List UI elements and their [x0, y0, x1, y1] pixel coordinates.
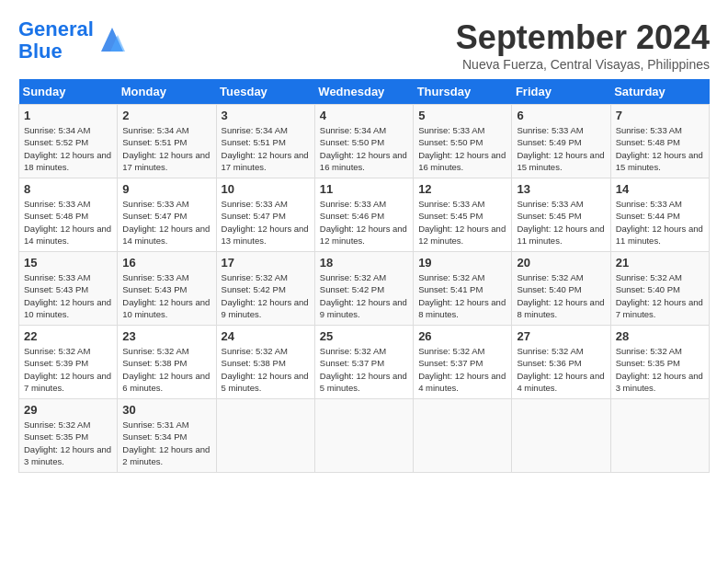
day-info: Sunrise: 5:33 AM Sunset: 5:49 PM Dayligh… — [517, 124, 605, 173]
calendar-cell: 14 Sunrise: 5:33 AM Sunset: 5:44 PM Dayl… — [610, 178, 709, 252]
calendar-cell: 30 Sunrise: 5:31 AM Sunset: 5:34 PM Dayl… — [118, 399, 216, 473]
calendar-cell: 1 Sunrise: 5:34 AM Sunset: 5:52 PM Dayli… — [19, 105, 118, 178]
calendar-cell: 2 Sunrise: 5:34 AM Sunset: 5:51 PM Dayli… — [118, 105, 216, 178]
day-info: Sunrise: 5:32 AM Sunset: 5:38 PM Dayligh… — [222, 345, 310, 394]
day-info: Sunrise: 5:33 AM Sunset: 5:43 PM Dayligh… — [24, 271, 112, 320]
day-number: 1 — [24, 109, 112, 122]
day-info: Sunrise: 5:34 AM Sunset: 5:52 PM Dayligh… — [24, 124, 112, 173]
calendar-cell: 12 Sunrise: 5:33 AM Sunset: 5:45 PM Dayl… — [414, 178, 512, 252]
title-area: September 2024 Nueva Fuerza, Central Vis… — [456, 18, 710, 72]
day-info: Sunrise: 5:33 AM Sunset: 5:46 PM Dayligh… — [320, 198, 408, 247]
calendar-week-row: 22 Sunrise: 5:32 AM Sunset: 5:39 PM Dayl… — [19, 326, 710, 399]
day-number: 16 — [122, 256, 210, 270]
calendar-cell: 4 Sunrise: 5:34 AM Sunset: 5:50 PM Dayli… — [314, 105, 413, 178]
calendar-cell: 19 Sunrise: 5:32 AM Sunset: 5:41 PM Dayl… — [414, 252, 512, 326]
day-info: Sunrise: 5:33 AM Sunset: 5:47 PM Dayligh… — [122, 198, 210, 247]
calendar-header-friday: Friday — [512, 79, 610, 105]
calendar-cell: 11 Sunrise: 5:33 AM Sunset: 5:46 PM Dayl… — [314, 178, 413, 252]
day-number: 27 — [517, 329, 605, 343]
calendar-table: SundayMondayTuesdayWednesdayThursdayFrid… — [18, 79, 710, 473]
calendar-cell: 8 Sunrise: 5:33 AM Sunset: 5:48 PM Dayli… — [19, 178, 118, 252]
calendar-header-monday: Monday — [118, 79, 216, 105]
day-number: 24 — [222, 329, 310, 343]
day-info: Sunrise: 5:34 AM Sunset: 5:51 PM Dayligh… — [122, 124, 210, 173]
calendar-cell: 16 Sunrise: 5:33 AM Sunset: 5:43 PM Dayl… — [118, 252, 216, 326]
day-number: 6 — [517, 109, 605, 122]
logo-icon — [97, 26, 127, 55]
day-number: 4 — [320, 109, 408, 122]
day-number: 13 — [517, 182, 605, 196]
calendar-week-row: 15 Sunrise: 5:33 AM Sunset: 5:43 PM Dayl… — [19, 252, 710, 326]
location-title: Nueva Fuerza, Central Visayas, Philippin… — [456, 57, 710, 72]
day-number: 25 — [320, 329, 408, 343]
day-number: 23 — [122, 329, 210, 343]
day-number: 2 — [122, 109, 210, 122]
header: General Blue September 2024 Nueva Fuerza… — [18, 18, 710, 72]
calendar-cell: 27 Sunrise: 5:32 AM Sunset: 5:36 PM Dayl… — [512, 326, 610, 399]
calendar-header-sunday: Sunday — [19, 79, 118, 105]
calendar-cell: 6 Sunrise: 5:33 AM Sunset: 5:49 PM Dayli… — [512, 105, 610, 178]
day-number: 22 — [24, 329, 112, 343]
calendar-cell: 23 Sunrise: 5:32 AM Sunset: 5:38 PM Dayl… — [118, 326, 216, 399]
day-info: Sunrise: 5:33 AM Sunset: 5:43 PM Dayligh… — [122, 271, 210, 320]
day-number: 20 — [517, 256, 605, 270]
calendar-cell: 25 Sunrise: 5:32 AM Sunset: 5:37 PM Dayl… — [314, 326, 413, 399]
calendar-cell: 3 Sunrise: 5:34 AM Sunset: 5:51 PM Dayli… — [216, 105, 314, 178]
day-info: Sunrise: 5:33 AM Sunset: 5:45 PM Dayligh… — [418, 198, 506, 247]
day-number: 3 — [222, 109, 310, 122]
calendar-cell: 10 Sunrise: 5:33 AM Sunset: 5:47 PM Dayl… — [216, 178, 314, 252]
day-info: Sunrise: 5:32 AM Sunset: 5:41 PM Dayligh… — [418, 271, 506, 320]
calendar-cell: 9 Sunrise: 5:33 AM Sunset: 5:47 PM Dayli… — [118, 178, 216, 252]
calendar-cell: 7 Sunrise: 5:33 AM Sunset: 5:48 PM Dayli… — [610, 105, 709, 178]
day-info: Sunrise: 5:33 AM Sunset: 5:50 PM Dayligh… — [418, 124, 506, 173]
day-number: 21 — [616, 256, 704, 270]
calendar-cell: 5 Sunrise: 5:33 AM Sunset: 5:50 PM Dayli… — [414, 105, 512, 178]
day-info: Sunrise: 5:32 AM Sunset: 5:37 PM Dayligh… — [320, 345, 408, 394]
day-info: Sunrise: 5:34 AM Sunset: 5:50 PM Dayligh… — [320, 124, 408, 173]
day-number: 5 — [418, 109, 506, 122]
day-info: Sunrise: 5:32 AM Sunset: 5:35 PM Dayligh… — [616, 345, 704, 394]
day-number: 10 — [222, 182, 310, 196]
day-number: 12 — [418, 182, 506, 196]
calendar-week-row: 8 Sunrise: 5:33 AM Sunset: 5:48 PM Dayli… — [19, 178, 710, 252]
day-info: Sunrise: 5:33 AM Sunset: 5:48 PM Dayligh… — [24, 198, 112, 247]
calendar-header-saturday: Saturday — [610, 79, 709, 105]
day-info: Sunrise: 5:32 AM Sunset: 5:37 PM Dayligh… — [418, 345, 506, 394]
day-info: Sunrise: 5:32 AM Sunset: 5:36 PM Dayligh… — [517, 345, 605, 394]
logo-text: General Blue — [18, 18, 94, 63]
calendar-week-row: 29 Sunrise: 5:32 AM Sunset: 5:35 PM Dayl… — [19, 399, 710, 473]
day-info: Sunrise: 5:33 AM Sunset: 5:48 PM Dayligh… — [616, 124, 704, 173]
month-title: September 2024 — [456, 18, 710, 57]
calendar-cell: 13 Sunrise: 5:33 AM Sunset: 5:45 PM Dayl… — [512, 178, 610, 252]
calendar-header-row: SundayMondayTuesdayWednesdayThursdayFrid… — [19, 79, 710, 105]
day-info: Sunrise: 5:32 AM Sunset: 5:39 PM Dayligh… — [24, 345, 112, 394]
day-number: 7 — [616, 109, 704, 122]
day-number: 30 — [122, 403, 210, 417]
calendar-cell: 17 Sunrise: 5:32 AM Sunset: 5:42 PM Dayl… — [216, 252, 314, 326]
calendar-cell — [216, 399, 314, 473]
day-number: 18 — [320, 256, 408, 270]
day-info: Sunrise: 5:31 AM Sunset: 5:34 PM Dayligh… — [122, 419, 210, 467]
calendar-cell: 21 Sunrise: 5:32 AM Sunset: 5:40 PM Dayl… — [610, 252, 709, 326]
day-number: 29 — [24, 403, 112, 417]
calendar-cell — [314, 399, 413, 473]
day-info: Sunrise: 5:32 AM Sunset: 5:40 PM Dayligh… — [517, 271, 605, 320]
calendar-cell: 26 Sunrise: 5:32 AM Sunset: 5:37 PM Dayl… — [414, 326, 512, 399]
day-info: Sunrise: 5:32 AM Sunset: 5:40 PM Dayligh… — [616, 271, 704, 320]
day-info: Sunrise: 5:33 AM Sunset: 5:47 PM Dayligh… — [222, 198, 310, 247]
calendar-cell — [512, 399, 610, 473]
day-number: 11 — [320, 182, 408, 196]
calendar-header-tuesday: Tuesday — [216, 79, 314, 105]
day-info: Sunrise: 5:33 AM Sunset: 5:44 PM Dayligh… — [616, 198, 704, 247]
day-info: Sunrise: 5:32 AM Sunset: 5:35 PM Dayligh… — [24, 419, 112, 467]
day-number: 9 — [122, 182, 210, 196]
calendar-header-wednesday: Wednesday — [314, 79, 413, 105]
day-info: Sunrise: 5:34 AM Sunset: 5:51 PM Dayligh… — [222, 124, 310, 173]
logo: General Blue — [18, 18, 127, 63]
calendar-cell: 18 Sunrise: 5:32 AM Sunset: 5:42 PM Dayl… — [314, 252, 413, 326]
day-info: Sunrise: 5:32 AM Sunset: 5:42 PM Dayligh… — [222, 271, 310, 320]
calendar-cell: 20 Sunrise: 5:32 AM Sunset: 5:40 PM Dayl… — [512, 252, 610, 326]
day-number: 8 — [24, 182, 112, 196]
calendar-week-row: 1 Sunrise: 5:34 AM Sunset: 5:52 PM Dayli… — [19, 105, 710, 178]
day-number: 17 — [222, 256, 310, 270]
